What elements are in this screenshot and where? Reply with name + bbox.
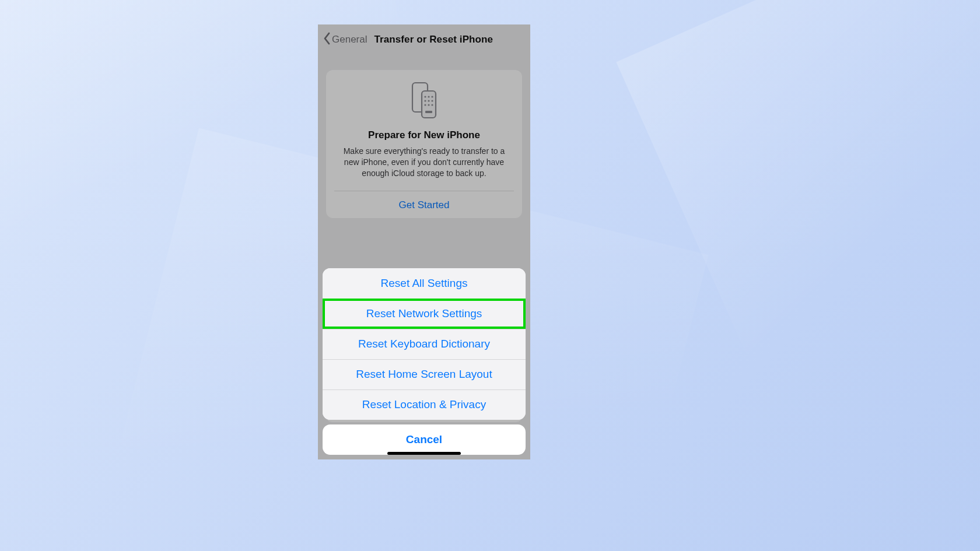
nav-bar: General Transfer or Reset iPhone xyxy=(318,28,530,51)
prepare-heading: Prepare for New iPhone xyxy=(337,129,512,141)
svg-rect-11 xyxy=(425,111,432,113)
chevron-left-icon xyxy=(323,32,331,48)
svg-point-9 xyxy=(428,104,429,106)
option-reset-home-screen-layout[interactable]: Reset Home Screen Layout xyxy=(323,359,526,389)
svg-point-5 xyxy=(424,100,426,101)
svg-point-3 xyxy=(428,96,429,97)
svg-point-2 xyxy=(424,96,426,97)
page-title: Transfer or Reset iPhone xyxy=(374,34,493,45)
home-indicator xyxy=(387,452,461,455)
card-separator xyxy=(334,191,514,191)
option-reset-location-privacy[interactable]: Reset Location & Privacy xyxy=(323,389,526,420)
get-started-button[interactable]: Get Started xyxy=(326,199,522,211)
two-iphones-icon xyxy=(337,82,512,121)
option-reset-network-settings[interactable]: Reset Network Settings xyxy=(323,299,526,329)
svg-point-7 xyxy=(431,100,433,101)
action-sheet: Reset All Settings Reset Network Setting… xyxy=(323,268,526,455)
cancel-button[interactable]: Cancel xyxy=(323,424,526,455)
back-label: General xyxy=(332,34,367,45)
svg-point-8 xyxy=(424,104,426,106)
prepare-card: Prepare for New iPhone Make sure everyth… xyxy=(326,70,522,218)
svg-point-6 xyxy=(428,100,429,101)
option-reset-keyboard-dictionary[interactable]: Reset Keyboard Dictionary xyxy=(323,329,526,359)
prepare-body: Make sure everything's ready to transfer… xyxy=(337,146,512,179)
option-reset-all-settings[interactable]: Reset All Settings xyxy=(323,268,526,299)
iphone-screenshot: General Transfer or Reset iPhone Prepare… xyxy=(318,24,530,459)
back-button[interactable]: General xyxy=(323,32,367,48)
svg-point-10 xyxy=(431,104,433,106)
svg-point-4 xyxy=(431,96,433,97)
